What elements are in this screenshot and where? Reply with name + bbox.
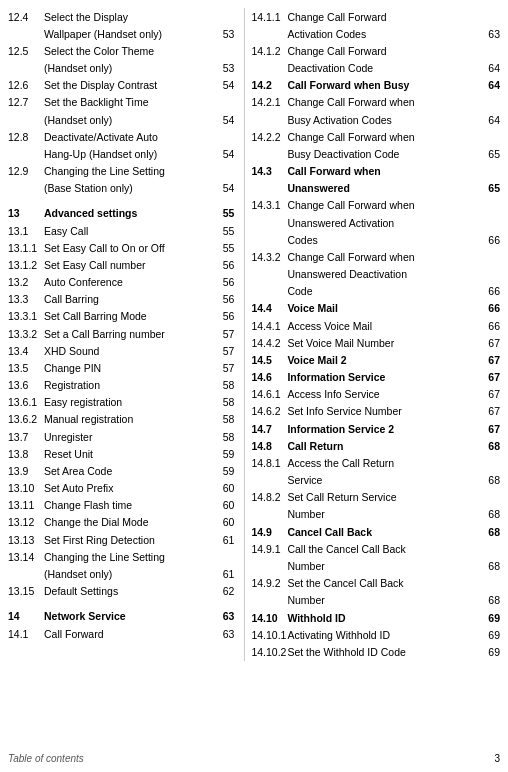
page-number: 69 (480, 611, 500, 625)
section-number: 13.15 (8, 584, 44, 598)
section-title: Change Call Forward when (287, 198, 480, 212)
page-number: 66 (480, 301, 500, 315)
toc-row: 13.1.2Set Easy Call number56 (8, 256, 234, 273)
section-title: Set a Call Barring number (44, 327, 214, 341)
section-title: (Base Station only) (44, 181, 214, 195)
section-title: Change the Dial Mode (44, 515, 214, 529)
section-number: 13.6 (8, 378, 44, 392)
page-number: 65 (480, 147, 500, 161)
toc-row: 13.6.1Easy registration58 (8, 394, 234, 411)
section-number: 13.2 (8, 275, 44, 289)
toc-row: 14.4.1Access Voice Mail66 (251, 317, 500, 334)
page-number: 61 (214, 533, 234, 547)
section-number: 12.7 (8, 95, 44, 109)
section-number: 14.2 (251, 78, 287, 92)
toc-row: 14.2.2Change Call Forward when (251, 128, 500, 145)
section-title: Hang-Up (Handset only) (44, 147, 214, 161)
section-title: Call Return (287, 439, 480, 453)
toc-row: 14.4.2Set Voice Mail Number67 (251, 334, 500, 351)
toc-row: Wallpaper (Handset only)53 (8, 25, 234, 42)
page-number: 61 (214, 567, 234, 581)
section-title: Set the Withhold ID Code (287, 645, 480, 659)
section-number: 13.4 (8, 344, 44, 358)
section-title: Wallpaper (Handset only) (44, 27, 214, 41)
toc-row: Number68 (251, 558, 500, 575)
section-title: Set Area Code (44, 464, 214, 478)
section-number: 12.4 (8, 10, 44, 24)
toc-row: 13.3.1Set Call Barring Mode56 (8, 308, 234, 325)
section-title: Set the Cancel Call Back (287, 576, 480, 590)
toc-row: 14.3Call Forward when (251, 163, 500, 180)
section-number: 14.2.1 (251, 95, 287, 109)
page-number: 59 (214, 464, 234, 478)
section-number: 13.3.2 (8, 327, 44, 341)
section-title: Set Auto Prefix (44, 481, 214, 495)
left-column: 12.4Select the DisplayWallpaper (Handset… (8, 8, 244, 661)
toc-row: 13.2Auto Conference56 (8, 274, 234, 291)
section-number: 12.8 (8, 130, 44, 144)
toc-row: 13.14Changing the Line Setting (8, 548, 234, 565)
section-number: 13.1 (8, 224, 44, 238)
page-number: 57 (214, 327, 234, 341)
section-number: 13.3 (8, 292, 44, 306)
section-number: 13.3.1 (8, 309, 44, 323)
section-title: Call Forward when (287, 164, 480, 178)
toc-row: 13.15Default Settings62 (8, 583, 234, 600)
toc-row: 12.6Set the Display Contrast54 (8, 77, 234, 94)
section-number: 13.12 (8, 515, 44, 529)
section-title: Unanswered (287, 181, 480, 195)
toc-row: 13.6Registration58 (8, 377, 234, 394)
page-number: 60 (214, 481, 234, 495)
page-number: 67 (480, 336, 500, 350)
section-title: Registration (44, 378, 214, 392)
toc-row: 13.5Change PIN57 (8, 359, 234, 376)
page-number: 67 (480, 353, 500, 367)
section-title: Codes (287, 233, 480, 247)
section-number: 14.10.1 (251, 628, 287, 642)
section-title: Change Call Forward (287, 10, 480, 24)
section-title: Change Call Forward (287, 44, 480, 58)
page-number: 56 (214, 275, 234, 289)
section-title: Set the Backlight Time (44, 95, 214, 109)
section-number: 14.4.1 (251, 319, 287, 333)
page-number: 67 (480, 387, 500, 401)
page-number: 58 (214, 412, 234, 426)
section-number: 14.9.2 (251, 576, 287, 590)
page-number: 58 (214, 430, 234, 444)
page-number: 59 (214, 447, 234, 461)
section-title: Call the Cancel Call Back (287, 542, 480, 556)
section-title: Deactivate/Activate Auto (44, 130, 214, 144)
section-title: Deactivation Code (287, 61, 480, 75)
page-number: 66 (480, 284, 500, 298)
section-number: 13 (8, 206, 44, 220)
section-title: Voice Mail (287, 301, 480, 315)
page-number: 68 (480, 439, 500, 453)
section-title: Set Call Barring Mode (44, 309, 214, 323)
page-number: 64 (480, 113, 500, 127)
section-title: Information Service 2 (287, 422, 480, 436)
section-title: Easy registration (44, 395, 214, 409)
section-number: 14.5 (251, 353, 287, 367)
page-number: 58 (214, 378, 234, 392)
toc-row: 13.9Set Area Code59 (8, 462, 234, 479)
toc-row: 14.6.2Set Info Service Number67 (251, 403, 500, 420)
toc-row: 13.10Set Auto Prefix60 (8, 480, 234, 497)
section-title: Service (287, 473, 480, 487)
page-number: 69 (480, 628, 500, 642)
toc-row: 13.1Easy Call55 (8, 222, 234, 239)
section-number: 14.1.1 (251, 10, 287, 24)
section-number: 13.1.2 (8, 258, 44, 272)
section-number: 14.3.2 (251, 250, 287, 264)
section-title: Change Flash time (44, 498, 214, 512)
section-number: 13.13 (8, 533, 44, 547)
section-number: 14.1 (8, 627, 44, 641)
section-number: 14.7 (251, 422, 287, 436)
page-number: 68 (480, 525, 500, 539)
section-title: Set the Display Contrast (44, 78, 214, 92)
section-title: Change Call Forward when (287, 95, 480, 109)
page-number: 55 (214, 241, 234, 255)
toc-row: 13.4XHD Sound57 (8, 342, 234, 359)
toc-row: 14.8.1Access the Call Return (251, 454, 500, 471)
section-title: Auto Conference (44, 275, 214, 289)
section-title: Withhold ID (287, 611, 480, 625)
